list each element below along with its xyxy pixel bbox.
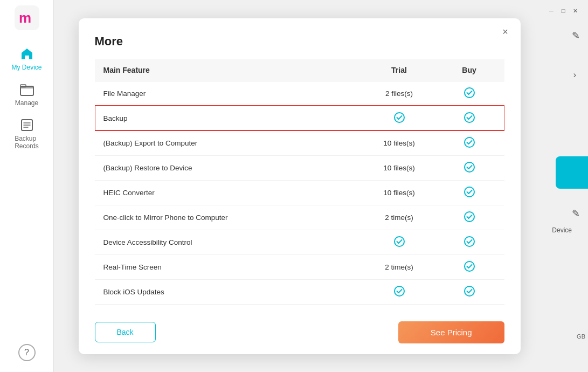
check-circle-icon — [464, 112, 475, 123]
sidebar-item-manage-label: Manage — [15, 99, 38, 107]
check-circle-icon — [464, 236, 475, 247]
svg-point-11 — [465, 212, 474, 222]
table-row: Real-Time Screen2 time(s) — [95, 254, 504, 279]
feature-name: (Backup) Export to Computer — [95, 130, 364, 155]
check-circle-icon — [393, 236, 405, 247]
home-icon — [19, 46, 34, 61]
table-row: Download Banned Apps — [95, 304, 504, 307]
svg-point-9 — [465, 162, 474, 172]
svg-point-12 — [395, 237, 404, 246]
svg-point-5 — [465, 88, 474, 98]
edit-icon-mid: ✎ — [572, 208, 580, 219]
check-circle-icon — [464, 260, 475, 272]
check-circle-icon — [464, 161, 475, 173]
buy-value — [434, 230, 504, 254]
folder-icon — [19, 82, 34, 97]
check-circle-icon — [464, 285, 475, 297]
feature-name: HEIC Converter — [95, 180, 364, 205]
sidebar-item-backup-records-label: BackupRecords — [15, 135, 39, 150]
feature-table: Main Feature Trial Buy File Manager2 fil… — [95, 59, 504, 307]
feature-name: Download Banned Apps — [95, 304, 364, 307]
check-circle-icon — [464, 186, 475, 198]
feature-name: (Backup) Restore to Device — [95, 155, 364, 180]
table-row: (Backup) Restore to Device10 files(s) — [95, 155, 504, 180]
teal-box — [556, 156, 588, 189]
sidebar-item-my-device[interactable]: My Device — [0, 41, 53, 77]
buy-value — [434, 180, 504, 205]
check-circle-icon — [464, 136, 475, 148]
check-circle-icon — [464, 87, 475, 99]
sidebar-item-manage[interactable]: Manage — [0, 77, 53, 112]
maximize-button[interactable]: □ — [559, 7, 567, 15]
svg-point-10 — [465, 187, 474, 197]
buy-value — [434, 106, 504, 130]
sidebar: m My Device Manage BackupRecords ? — [0, 0, 54, 372]
help-button[interactable]: ? — [18, 344, 36, 361]
feature-name: Device Accessibility Control — [95, 230, 364, 254]
buy-value — [434, 81, 504, 106]
check-circle-icon — [393, 285, 405, 297]
bottom-right-area: GB — [577, 333, 585, 340]
app-logo: m — [15, 5, 39, 30]
table-row: Backup — [95, 106, 504, 130]
minimize-button[interactable]: ─ — [548, 7, 555, 15]
table-row: One-click to Mirror Phone to Computer2 t… — [95, 205, 504, 230]
svg-point-16 — [465, 286, 474, 296]
feature-table-scroll[interactable]: Main Feature Trial Buy File Manager2 fil… — [95, 59, 504, 307]
svg-point-6 — [395, 113, 404, 122]
backup-icon — [19, 118, 34, 133]
svg-point-15 — [395, 286, 404, 296]
trial-value — [364, 230, 434, 254]
sidebar-item-backup-records[interactable]: BackupRecords — [0, 112, 53, 155]
gb-label: GB — [577, 333, 585, 340]
modal-close-button[interactable]: × — [499, 26, 512, 39]
trial-value: 2 time(s) — [364, 205, 434, 230]
window-close-button[interactable]: ✕ — [571, 7, 579, 15]
feature-name: Block iOS Updates — [95, 279, 364, 304]
modal-title: More — [95, 35, 504, 49]
buy-value — [434, 130, 504, 155]
trial-value — [364, 279, 434, 304]
feature-name: One-click to Mirror Phone to Computer — [95, 205, 364, 230]
table-header-row: Main Feature Trial Buy — [95, 59, 504, 81]
modal-footer: Back See Pricing — [95, 316, 504, 343]
table-row: File Manager2 files(s) — [95, 81, 504, 106]
check-circle-icon — [393, 112, 405, 123]
feature-name: File Manager — [95, 81, 364, 106]
back-button[interactable]: Back — [95, 322, 156, 342]
trial-value: 2 time(s) — [364, 254, 434, 279]
table-row: (Backup) Export to Computer10 files(s) — [95, 130, 504, 155]
table-row: Block iOS Updates — [95, 279, 504, 304]
chevron-right-icon: › — [573, 70, 576, 80]
buy-value — [434, 254, 504, 279]
window-controls: ─ □ ✕ — [541, 3, 585, 19]
col-feature: Main Feature — [95, 59, 364, 81]
buy-value — [434, 205, 504, 230]
sidebar-item-my-device-label: My Device — [11, 64, 41, 71]
col-buy: Buy — [434, 59, 504, 81]
see-pricing-button[interactable]: See Pricing — [398, 321, 504, 343]
trial-value — [364, 304, 434, 307]
buy-value — [434, 155, 504, 180]
trial-value — [364, 106, 434, 130]
table-row: HEIC Converter10 files(s) — [95, 180, 504, 205]
modal-overlay: × More Main Feature Trial Buy File Manag… — [54, 0, 545, 372]
svg-point-14 — [465, 261, 474, 271]
feature-name: Backup — [95, 106, 364, 130]
svg-point-7 — [465, 113, 474, 122]
help-label: ? — [24, 348, 29, 357]
edit-icon-top: ✎ — [572, 30, 580, 42]
col-trial: Trial — [364, 59, 434, 81]
trial-value: 10 files(s) — [364, 180, 434, 205]
check-circle-icon — [464, 211, 475, 223]
modal: × More Main Feature Trial Buy File Manag… — [79, 18, 521, 354]
buy-value — [434, 279, 504, 304]
svg-point-13 — [465, 237, 474, 246]
table-row: Device Accessibility Control — [95, 230, 504, 254]
buy-value — [434, 304, 504, 307]
trial-value: 10 files(s) — [364, 155, 434, 180]
svg-point-8 — [465, 137, 474, 147]
svg-text:m: m — [19, 10, 31, 26]
trial-value: 10 files(s) — [364, 130, 434, 155]
device-text: Device — [552, 226, 572, 234]
